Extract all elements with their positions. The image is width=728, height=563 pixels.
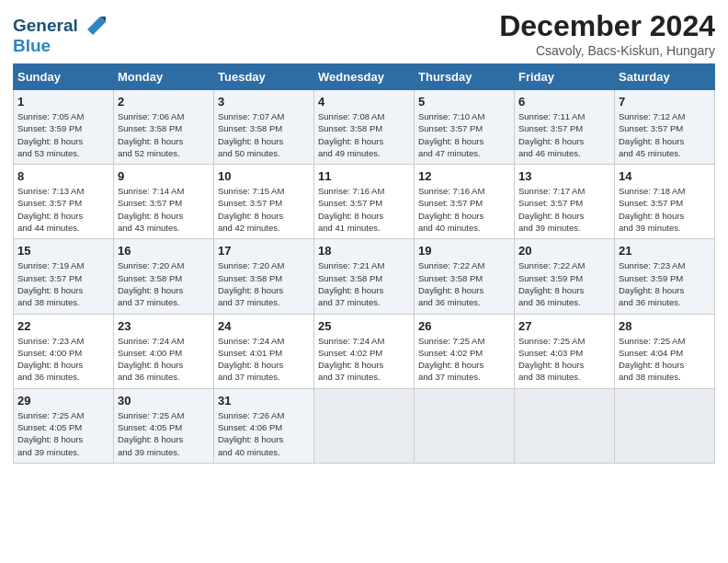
day-number: 1 [17, 95, 109, 109]
day-number: 29 [17, 394, 109, 408]
calendar-week: 15Sunrise: 7:19 AM Sunset: 3:57 PM Dayli… [14, 239, 715, 314]
day-info: Sunrise: 7:20 AM Sunset: 3:58 PM Dayligh… [218, 259, 310, 308]
day-number: 22 [17, 319, 109, 333]
calendar-cell: 3Sunrise: 7:07 AM Sunset: 3:58 PM Daylig… [214, 90, 314, 165]
calendar-cell: 24Sunrise: 7:24 AM Sunset: 4:01 PM Dayli… [214, 314, 314, 388]
header-row: Sunday Monday Tuesday Wednesday Thursday… [14, 64, 715, 90]
day-info: Sunrise: 7:11 AM Sunset: 3:57 PM Dayligh… [518, 110, 610, 159]
day-info: Sunrise: 7:19 AM Sunset: 3:57 PM Dayligh… [17, 259, 109, 308]
calendar-cell [615, 388, 715, 463]
header: General Blue December 2024 Csavoly, Bacs… [13, 9, 715, 58]
day-info: Sunrise: 7:16 AM Sunset: 3:57 PM Dayligh… [418, 185, 510, 234]
col-saturday: Saturday [615, 64, 715, 90]
day-number: 2 [118, 95, 210, 109]
calendar-cell: 31Sunrise: 7:26 AM Sunset: 4:06 PM Dayli… [214, 388, 314, 463]
calendar-cell: 11Sunrise: 7:16 AM Sunset: 3:57 PM Dayli… [314, 165, 415, 239]
day-info: Sunrise: 7:23 AM Sunset: 3:59 PM Dayligh… [619, 259, 711, 308]
calendar-cell: 16Sunrise: 7:20 AM Sunset: 3:58 PM Dayli… [114, 239, 214, 314]
calendar-cell: 23Sunrise: 7:24 AM Sunset: 4:00 PM Dayli… [114, 314, 214, 388]
day-number: 15 [17, 244, 109, 258]
col-thursday: Thursday [415, 64, 515, 90]
calendar-cell: 6Sunrise: 7:11 AM Sunset: 3:57 PM Daylig… [515, 90, 615, 165]
day-info: Sunrise: 7:13 AM Sunset: 3:57 PM Dayligh… [17, 185, 109, 234]
calendar-cell: 17Sunrise: 7:20 AM Sunset: 3:58 PM Dayli… [214, 239, 314, 314]
day-number: 19 [418, 244, 510, 258]
calendar-cell: 22Sunrise: 7:23 AM Sunset: 4:00 PM Dayli… [14, 314, 114, 388]
calendar-cell: 1Sunrise: 7:05 AM Sunset: 3:59 PM Daylig… [14, 90, 114, 165]
title-block: December 2024 Csavoly, Bacs-Kiskun, Hung… [499, 9, 715, 58]
day-number: 12 [418, 169, 510, 183]
day-number: 26 [418, 319, 510, 333]
calendar-cell: 2Sunrise: 7:06 AM Sunset: 3:58 PM Daylig… [114, 90, 214, 165]
day-info: Sunrise: 7:22 AM Sunset: 3:58 PM Dayligh… [418, 259, 510, 308]
day-info: Sunrise: 7:23 AM Sunset: 4:00 PM Dayligh… [17, 335, 109, 384]
day-number: 18 [318, 244, 410, 258]
calendar-cell: 26Sunrise: 7:25 AM Sunset: 4:02 PM Dayli… [415, 314, 515, 388]
day-number: 7 [619, 95, 711, 109]
col-tuesday: Tuesday [214, 64, 314, 90]
calendar-cell: 20Sunrise: 7:22 AM Sunset: 3:59 PM Dayli… [515, 239, 615, 314]
day-number: 6 [518, 95, 610, 109]
day-info: Sunrise: 7:15 AM Sunset: 3:57 PM Dayligh… [218, 185, 310, 234]
calendar-cell: 4Sunrise: 7:08 AM Sunset: 3:58 PM Daylig… [314, 90, 415, 165]
day-info: Sunrise: 7:05 AM Sunset: 3:59 PM Dayligh… [17, 110, 109, 159]
day-number: 21 [619, 244, 711, 258]
day-info: Sunrise: 7:21 AM Sunset: 3:58 PM Dayligh… [318, 259, 410, 308]
day-info: Sunrise: 7:25 AM Sunset: 4:04 PM Dayligh… [619, 335, 711, 384]
day-info: Sunrise: 7:12 AM Sunset: 3:57 PM Dayligh… [619, 110, 711, 159]
calendar-cell: 28Sunrise: 7:25 AM Sunset: 4:04 PM Dayli… [615, 314, 715, 388]
calendar-cell: 30Sunrise: 7:25 AM Sunset: 4:05 PM Dayli… [114, 388, 214, 463]
day-info: Sunrise: 7:08 AM Sunset: 3:58 PM Dayligh… [318, 110, 410, 159]
calendar-cell: 7Sunrise: 7:12 AM Sunset: 3:57 PM Daylig… [615, 90, 715, 165]
day-info: Sunrise: 7:25 AM Sunset: 4:05 PM Dayligh… [17, 409, 109, 458]
calendar-cell: 5Sunrise: 7:10 AM Sunset: 3:57 PM Daylig… [415, 90, 515, 165]
day-number: 4 [318, 95, 410, 109]
calendar-cell: 14Sunrise: 7:18 AM Sunset: 3:57 PM Dayli… [615, 165, 715, 239]
day-info: Sunrise: 7:24 AM Sunset: 4:02 PM Dayligh… [318, 335, 410, 384]
calendar-week: 8Sunrise: 7:13 AM Sunset: 3:57 PM Daylig… [14, 165, 715, 239]
calendar-cell: 27Sunrise: 7:25 AM Sunset: 4:03 PM Dayli… [515, 314, 615, 388]
col-friday: Friday [515, 64, 615, 90]
day-info: Sunrise: 7:16 AM Sunset: 3:57 PM Dayligh… [318, 185, 410, 234]
day-number: 27 [518, 319, 610, 333]
calendar-cell [314, 388, 415, 463]
day-info: Sunrise: 7:24 AM Sunset: 4:01 PM Dayligh… [218, 335, 310, 384]
day-number: 3 [218, 95, 310, 109]
logo-icon [80, 9, 108, 37]
day-number: 31 [218, 394, 310, 408]
day-number: 8 [17, 169, 109, 183]
day-info: Sunrise: 7:18 AM Sunset: 3:57 PM Dayligh… [619, 185, 711, 234]
calendar-cell [515, 388, 615, 463]
calendar-cell: 13Sunrise: 7:17 AM Sunset: 3:57 PM Dayli… [515, 165, 615, 239]
calendar-week: 22Sunrise: 7:23 AM Sunset: 4:00 PM Dayli… [14, 314, 715, 388]
day-number: 23 [118, 319, 210, 333]
calendar-cell: 15Sunrise: 7:19 AM Sunset: 3:57 PM Dayli… [14, 239, 114, 314]
day-info: Sunrise: 7:24 AM Sunset: 4:00 PM Dayligh… [118, 335, 210, 384]
day-info: Sunrise: 7:17 AM Sunset: 3:57 PM Dayligh… [518, 185, 610, 234]
day-number: 20 [518, 244, 610, 258]
day-info: Sunrise: 7:25 AM Sunset: 4:02 PM Dayligh… [418, 335, 510, 384]
day-info: Sunrise: 7:22 AM Sunset: 3:59 PM Dayligh… [518, 259, 610, 308]
calendar-cell: 8Sunrise: 7:13 AM Sunset: 3:57 PM Daylig… [14, 165, 114, 239]
day-number: 14 [619, 169, 711, 183]
day-info: Sunrise: 7:06 AM Sunset: 3:58 PM Dayligh… [118, 110, 210, 159]
day-info: Sunrise: 7:07 AM Sunset: 3:58 PM Dayligh… [218, 110, 310, 159]
calendar-cell: 29Sunrise: 7:25 AM Sunset: 4:05 PM Dayli… [14, 388, 114, 463]
day-number: 10 [218, 169, 310, 183]
month-title: December 2024 [499, 9, 715, 43]
calendar-cell: 10Sunrise: 7:15 AM Sunset: 3:57 PM Dayli… [214, 165, 314, 239]
day-number: 16 [118, 244, 210, 258]
calendar-cell: 12Sunrise: 7:16 AM Sunset: 3:57 PM Dayli… [415, 165, 515, 239]
calendar-cell: 25Sunrise: 7:24 AM Sunset: 4:02 PM Dayli… [314, 314, 415, 388]
day-number: 17 [218, 244, 310, 258]
page-container: General Blue December 2024 Csavoly, Bacs… [0, 0, 728, 473]
day-number: 13 [518, 169, 610, 183]
day-number: 11 [318, 169, 410, 183]
location: Csavoly, Bacs-Kiskun, Hungary [499, 43, 715, 58]
calendar-week: 1Sunrise: 7:05 AM Sunset: 3:59 PM Daylig… [14, 90, 715, 165]
day-info: Sunrise: 7:25 AM Sunset: 4:03 PM Dayligh… [518, 335, 610, 384]
calendar-cell [415, 388, 515, 463]
col-sunday: Sunday [14, 64, 114, 90]
day-number: 9 [118, 169, 210, 183]
day-info: Sunrise: 7:10 AM Sunset: 3:57 PM Dayligh… [418, 110, 510, 159]
